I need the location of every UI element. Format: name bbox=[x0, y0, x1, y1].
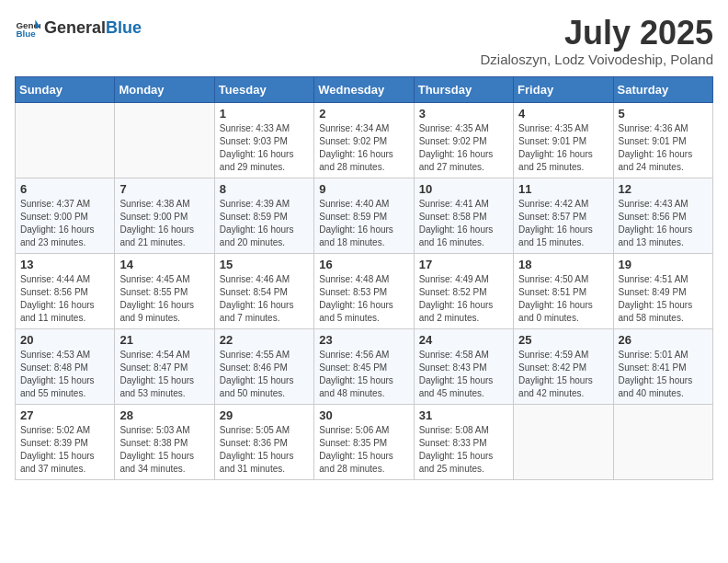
day-number: 18 bbox=[518, 258, 608, 271]
cell-content: Sunrise: 5:02 AM Sunset: 8:39 PM Dayligh… bbox=[20, 424, 109, 476]
logo-icon: General Blue bbox=[15, 15, 40, 40]
day-number: 23 bbox=[319, 333, 408, 347]
day-number: 6 bbox=[20, 182, 109, 196]
day-number: 24 bbox=[419, 333, 508, 347]
day-number: 29 bbox=[220, 408, 309, 422]
logo-blue-text: Blue bbox=[106, 18, 142, 38]
day-number: 3 bbox=[419, 107, 508, 121]
day-number: 15 bbox=[220, 258, 309, 271]
cell-content: Sunrise: 4:46 AM Sunset: 8:54 PM Dayligh… bbox=[220, 273, 309, 325]
calendar-week-row: 1Sunrise: 4:33 AM Sunset: 9:03 PM Daylig… bbox=[16, 102, 713, 178]
day-number: 4 bbox=[518, 107, 608, 121]
calendar-day-header: Thursday bbox=[414, 76, 513, 102]
cell-content: Sunrise: 4:41 AM Sunset: 8:58 PM Dayligh… bbox=[419, 198, 508, 249]
calendar-cell: 18Sunrise: 4:50 AM Sunset: 8:51 PM Dayli… bbox=[514, 253, 613, 328]
cell-content: Sunrise: 4:55 AM Sunset: 8:46 PM Dayligh… bbox=[220, 349, 309, 400]
calendar-cell: 11Sunrise: 4:42 AM Sunset: 8:57 PM Dayli… bbox=[514, 178, 613, 253]
day-number: 12 bbox=[619, 182, 708, 196]
calendar-week-row: 20Sunrise: 4:53 AM Sunset: 8:48 PM Dayli… bbox=[16, 328, 713, 404]
calendar-cell: 4Sunrise: 4:35 AM Sunset: 9:01 PM Daylig… bbox=[514, 102, 613, 178]
day-number: 2 bbox=[319, 107, 408, 121]
day-number: 7 bbox=[119, 182, 209, 196]
cell-content: Sunrise: 4:36 AM Sunset: 9:01 PM Dayligh… bbox=[619, 122, 708, 174]
cell-content: Sunrise: 4:54 AM Sunset: 8:47 PM Dayligh… bbox=[119, 349, 209, 400]
calendar-cell: 27Sunrise: 5:02 AM Sunset: 8:39 PM Dayli… bbox=[16, 404, 115, 479]
logo: General Blue General Blue bbox=[15, 15, 142, 40]
calendar-cell: 16Sunrise: 4:48 AM Sunset: 8:53 PM Dayli… bbox=[314, 253, 414, 328]
calendar-cell: 20Sunrise: 4:53 AM Sunset: 8:48 PM Dayli… bbox=[16, 328, 115, 404]
cell-content: Sunrise: 4:58 AM Sunset: 8:43 PM Dayligh… bbox=[419, 349, 508, 400]
cell-content: Sunrise: 4:53 AM Sunset: 8:48 PM Dayligh… bbox=[20, 349, 109, 400]
cell-content: Sunrise: 4:42 AM Sunset: 8:57 PM Dayligh… bbox=[518, 198, 608, 249]
day-number: 20 bbox=[20, 333, 109, 347]
calendar-week-row: 6Sunrise: 4:37 AM Sunset: 9:00 PM Daylig… bbox=[16, 178, 713, 253]
cell-content: Sunrise: 5:05 AM Sunset: 8:36 PM Dayligh… bbox=[220, 424, 309, 476]
calendar-cell: 24Sunrise: 4:58 AM Sunset: 8:43 PM Dayli… bbox=[414, 328, 513, 404]
calendar-cell: 10Sunrise: 4:41 AM Sunset: 8:58 PM Dayli… bbox=[414, 178, 513, 253]
subtitle: Dzialoszyn, Lodz Voivodeship, Poland bbox=[481, 52, 714, 67]
calendar-cell: 25Sunrise: 4:59 AM Sunset: 8:42 PM Dayli… bbox=[514, 328, 613, 404]
calendar-cell: 21Sunrise: 4:54 AM Sunset: 8:47 PM Dayli… bbox=[115, 328, 214, 404]
calendar-cell: 6Sunrise: 4:37 AM Sunset: 9:00 PM Daylig… bbox=[16, 178, 115, 253]
calendar-cell: 3Sunrise: 4:35 AM Sunset: 9:02 PM Daylig… bbox=[414, 102, 513, 178]
calendar-day-header: Wednesday bbox=[314, 76, 414, 102]
calendar-day-header: Saturday bbox=[613, 76, 712, 102]
day-number: 28 bbox=[119, 408, 209, 422]
day-number: 31 bbox=[419, 408, 508, 422]
calendar-cell: 7Sunrise: 4:38 AM Sunset: 9:00 PM Daylig… bbox=[115, 178, 214, 253]
calendar-cell: 15Sunrise: 4:46 AM Sunset: 8:54 PM Dayli… bbox=[214, 253, 313, 328]
calendar-week-row: 13Sunrise: 4:44 AM Sunset: 8:56 PM Dayli… bbox=[16, 253, 713, 328]
calendar-cell bbox=[115, 102, 214, 178]
cell-content: Sunrise: 4:40 AM Sunset: 8:59 PM Dayligh… bbox=[319, 198, 408, 249]
calendar-cell: 1Sunrise: 4:33 AM Sunset: 9:03 PM Daylig… bbox=[214, 102, 313, 178]
day-number: 14 bbox=[119, 258, 209, 271]
calendar-cell: 8Sunrise: 4:39 AM Sunset: 8:59 PM Daylig… bbox=[214, 178, 313, 253]
calendar-cell: 26Sunrise: 5:01 AM Sunset: 8:41 PM Dayli… bbox=[613, 328, 712, 404]
calendar-cell: 9Sunrise: 4:40 AM Sunset: 8:59 PM Daylig… bbox=[314, 178, 414, 253]
day-number: 13 bbox=[20, 258, 109, 271]
calendar-cell: 19Sunrise: 4:51 AM Sunset: 8:49 PM Dayli… bbox=[613, 253, 712, 328]
calendar-cell: 22Sunrise: 4:55 AM Sunset: 8:46 PM Dayli… bbox=[214, 328, 313, 404]
cell-content: Sunrise: 4:50 AM Sunset: 8:51 PM Dayligh… bbox=[518, 273, 608, 325]
cell-content: Sunrise: 4:45 AM Sunset: 8:55 PM Dayligh… bbox=[119, 273, 209, 325]
cell-content: Sunrise: 4:35 AM Sunset: 9:01 PM Dayligh… bbox=[518, 122, 608, 174]
calendar-cell: 31Sunrise: 5:08 AM Sunset: 8:33 PM Dayli… bbox=[414, 404, 513, 479]
calendar-cell: 14Sunrise: 4:45 AM Sunset: 8:55 PM Dayli… bbox=[115, 253, 214, 328]
calendar-cell: 23Sunrise: 4:56 AM Sunset: 8:45 PM Dayli… bbox=[314, 328, 414, 404]
title-area: July 2025 Dzialoszyn, Lodz Voivodeship, … bbox=[481, 15, 714, 67]
day-number: 8 bbox=[220, 182, 309, 196]
main-title: July 2025 bbox=[481, 15, 714, 52]
calendar-cell: 12Sunrise: 4:43 AM Sunset: 8:56 PM Dayli… bbox=[613, 178, 712, 253]
day-number: 25 bbox=[518, 333, 608, 347]
cell-content: Sunrise: 5:08 AM Sunset: 8:33 PM Dayligh… bbox=[419, 424, 508, 476]
day-number: 30 bbox=[319, 408, 408, 422]
calendar-day-header: Tuesday bbox=[214, 76, 313, 102]
day-number: 27 bbox=[20, 408, 109, 422]
calendar-header-row: SundayMondayTuesdayWednesdayThursdayFrid… bbox=[16, 76, 713, 102]
cell-content: Sunrise: 4:38 AM Sunset: 9:00 PM Dayligh… bbox=[119, 198, 209, 249]
calendar-cell: 13Sunrise: 4:44 AM Sunset: 8:56 PM Dayli… bbox=[16, 253, 115, 328]
svg-text:Blue: Blue bbox=[16, 29, 36, 39]
cell-content: Sunrise: 5:03 AM Sunset: 8:38 PM Dayligh… bbox=[119, 424, 209, 476]
calendar-cell: 29Sunrise: 5:05 AM Sunset: 8:36 PM Dayli… bbox=[214, 404, 313, 479]
day-number: 19 bbox=[619, 258, 708, 271]
calendar-cell: 28Sunrise: 5:03 AM Sunset: 8:38 PM Dayli… bbox=[115, 404, 214, 479]
cell-content: Sunrise: 4:51 AM Sunset: 8:49 PM Dayligh… bbox=[619, 273, 708, 325]
cell-content: Sunrise: 5:06 AM Sunset: 8:35 PM Dayligh… bbox=[319, 424, 408, 476]
day-number: 16 bbox=[319, 258, 408, 271]
cell-content: Sunrise: 4:59 AM Sunset: 8:42 PM Dayligh… bbox=[518, 349, 608, 400]
calendar-cell bbox=[16, 102, 115, 178]
day-number: 5 bbox=[619, 107, 708, 121]
cell-content: Sunrise: 4:37 AM Sunset: 9:00 PM Dayligh… bbox=[20, 198, 109, 249]
calendar-cell bbox=[514, 404, 613, 479]
logo-general-text: General bbox=[44, 18, 106, 38]
cell-content: Sunrise: 4:39 AM Sunset: 8:59 PM Dayligh… bbox=[220, 198, 309, 249]
calendar-cell bbox=[613, 404, 712, 479]
calendar-day-header: Friday bbox=[514, 76, 613, 102]
calendar-day-header: Sunday bbox=[16, 76, 115, 102]
calendar-table: SundayMondayTuesdayWednesdayThursdayFrid… bbox=[15, 76, 713, 480]
calendar-cell: 30Sunrise: 5:06 AM Sunset: 8:35 PM Dayli… bbox=[314, 404, 414, 479]
day-number: 26 bbox=[619, 333, 708, 347]
cell-content: Sunrise: 4:43 AM Sunset: 8:56 PM Dayligh… bbox=[619, 198, 708, 249]
day-number: 21 bbox=[119, 333, 209, 347]
